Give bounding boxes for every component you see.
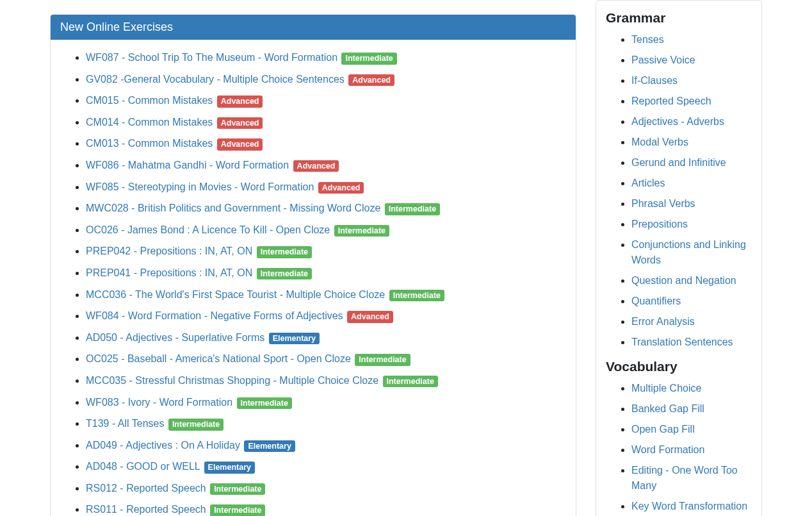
exercise-item: OC025 - Baseball - America's National Sp… bbox=[86, 351, 566, 367]
exercises-panel: New Online Exercises WF087 - School Trip… bbox=[50, 14, 576, 516]
exercise-item: WF086 - Mahatma Gandhi - Word Formation … bbox=[86, 157, 566, 174]
sidebar-link[interactable]: Conjunctions and Linking Words bbox=[631, 239, 746, 265]
level-badge: Advanced bbox=[217, 117, 263, 129]
level-badge: Intermediate bbox=[389, 290, 444, 302]
level-badge: Intermediate bbox=[341, 53, 396, 65]
level-badge: Advanced bbox=[318, 182, 364, 194]
exercise-item: AD049 - Adjectives : On A Holiday Elemen… bbox=[86, 437, 566, 454]
exercise-link[interactable]: AD050 - Adjectives - Superlative Forms bbox=[86, 332, 264, 343]
sidebar-link[interactable]: Tenses bbox=[631, 34, 664, 45]
exercise-item: CM014 - Common Mistakes Advanced bbox=[86, 114, 566, 131]
level-badge: Advanced bbox=[347, 311, 393, 323]
exercise-item: T139 - All Tenses Intermediate bbox=[86, 415, 566, 432]
exercise-link[interactable]: MCC036 - The World's First Space Tourist… bbox=[86, 289, 385, 300]
exercise-link[interactable]: OC026 - James Bond : A Licence To Kill -… bbox=[86, 224, 330, 235]
exercise-item: MCC035 - Stressful Christmas Shopping - … bbox=[86, 372, 566, 389]
sidebar-card: Grammar TensesPassive VoiceIf-ClausesRep… bbox=[596, 0, 762, 516]
sidebar-link[interactable]: Translation Sentences bbox=[631, 337, 733, 347]
list-item: Prepositions bbox=[631, 217, 752, 232]
exercise-link[interactable]: MCC035 - Stressful Christmas Shopping - … bbox=[86, 375, 378, 386]
level-badge: Advanced bbox=[217, 138, 263, 151]
list-item: Key Word Transformation bbox=[631, 499, 752, 514]
sidebar-link[interactable]: Gerund and Infinitive bbox=[631, 157, 726, 168]
sidebar-link[interactable]: Question and Negation bbox=[631, 275, 736, 286]
sidebar-link[interactable]: Word Formation bbox=[631, 444, 704, 455]
level-badge: Advanced bbox=[217, 96, 263, 108]
exercise-item: WF084 - Word Formation - Negative Forms … bbox=[86, 308, 566, 324]
exercise-item: MWC028 - British Politics and Government… bbox=[86, 200, 566, 217]
level-badge: Elementary bbox=[244, 440, 295, 453]
exercise-link[interactable]: WF086 - Mahatma Gandhi - Word Formation bbox=[86, 160, 289, 171]
list-item: Articles bbox=[631, 176, 752, 191]
sidebar-link[interactable]: Error Analysis bbox=[631, 316, 695, 327]
exercise-link[interactable]: CM014 - Common Mistakes bbox=[86, 117, 213, 128]
list-item: Phrasal Verbs bbox=[631, 196, 752, 212]
exercise-item: WF087 - School Trip To The Museum - Word… bbox=[86, 49, 566, 66]
exercise-link[interactable]: WF085 - Stereotyping in Movies - Word Fo… bbox=[86, 181, 314, 192]
sidebar-link[interactable]: Passive Voice bbox=[631, 54, 695, 65]
level-badge: Intermediate bbox=[168, 419, 223, 431]
exercise-item: CM015 - Common Mistakes Advanced bbox=[86, 92, 566, 109]
exercise-item: PREP041 - Prepositions : IN, AT, ON Inte… bbox=[86, 265, 566, 281]
level-badge: Elementary bbox=[269, 333, 320, 345]
sidebar-link[interactable]: Modal Verbs bbox=[631, 137, 688, 147]
list-item: Open Gap Fill bbox=[631, 422, 752, 437]
level-badge: Intermediate bbox=[385, 203, 440, 215]
list-item: If-Clauses bbox=[631, 73, 752, 88]
list-item: Tenses bbox=[631, 32, 752, 47]
vocabulary-heading: Vocabulary bbox=[606, 359, 752, 374]
sidebar-link[interactable]: Phrasal Verbs bbox=[631, 198, 695, 209]
list-item: Translation Sentences bbox=[631, 335, 752, 350]
exercise-link[interactable]: MWC028 - British Politics and Government… bbox=[86, 203, 380, 213]
sidebar-link[interactable]: Open Gap Fill bbox=[631, 424, 695, 435]
exercise-item: RS012 - Reported Speech Intermediate bbox=[86, 480, 566, 497]
exercise-link[interactable]: CM013 - Common Mistakes bbox=[86, 138, 213, 149]
sidebar-link[interactable]: Articles bbox=[631, 178, 665, 188]
exercise-link[interactable]: GV082 -General Vocabulary - Multiple Cho… bbox=[86, 74, 345, 85]
list-item: Modal Verbs bbox=[631, 135, 752, 150]
exercise-item: AD050 - Adjectives - Superlative Forms E… bbox=[86, 329, 566, 346]
exercise-item: GV082 -General Vocabulary - Multiple Cho… bbox=[86, 71, 566, 88]
level-badge: Intermediate bbox=[383, 376, 438, 388]
sidebar-link[interactable]: Prepositions bbox=[631, 219, 688, 229]
exercise-item: AD048 - GOOD or WELL Elementary bbox=[86, 458, 566, 475]
sidebar-link[interactable]: Adjectives - Adverbs bbox=[631, 116, 724, 127]
sidebar-link[interactable]: Editing - One Word Too Many bbox=[631, 465, 738, 491]
sidebar-link[interactable]: If-Clauses bbox=[631, 75, 678, 86]
panel-title: New Online Exercises bbox=[51, 15, 576, 40]
exercise-link[interactable]: WF087 - School Trip To The Museum - Word… bbox=[86, 52, 337, 63]
exercise-link[interactable]: WF083 - Ivory - Word Formation bbox=[86, 397, 232, 408]
sidebar-link[interactable]: Reported Speech bbox=[631, 96, 711, 106]
exercise-link[interactable]: WF084 - Word Formation - Negative Forms … bbox=[86, 310, 343, 321]
exercise-link[interactable]: RS012 - Reported Speech bbox=[86, 483, 206, 494]
grammar-heading: Grammar bbox=[606, 10, 752, 26]
list-item: Multiple Choice bbox=[631, 381, 752, 396]
sidebar-link[interactable]: Key Word Transformation bbox=[631, 501, 747, 512]
sidebar-link[interactable]: Quantifiers bbox=[631, 295, 681, 306]
list-item: Question and Negation bbox=[631, 273, 752, 288]
level-badge: Advanced bbox=[348, 74, 394, 87]
sidebar-link[interactable]: Multiple Choice bbox=[631, 383, 701, 394]
level-badge: Intermediate bbox=[257, 246, 312, 258]
exercise-link[interactable]: RS011 - Reported Speech bbox=[86, 504, 206, 515]
exercise-item: RS011 - Reported Speech Intermediate bbox=[86, 501, 566, 516]
exercise-item: OC026 - James Bond : A Licence To Kill -… bbox=[86, 222, 566, 238]
list-item: Error Analysis bbox=[631, 314, 752, 329]
level-badge: Intermediate bbox=[210, 483, 265, 495]
sidebar-link[interactable]: Banked Gap Fill bbox=[631, 403, 704, 414]
exercise-link[interactable]: CM015 - Common Mistakes bbox=[86, 95, 213, 106]
exercise-link[interactable]: AD048 - GOOD or WELL bbox=[86, 461, 200, 472]
exercise-link[interactable]: PREP042 - Prepositions : IN, AT, ON bbox=[86, 246, 252, 256]
level-badge: Advanced bbox=[293, 160, 339, 172]
vocabulary-list: Multiple ChoiceBanked Gap FillOpen Gap F… bbox=[606, 381, 752, 516]
grammar-list: TensesPassive VoiceIf-ClausesReported Sp… bbox=[606, 32, 752, 350]
exercise-link[interactable]: T139 - All Tenses bbox=[86, 418, 164, 429]
exercise-link[interactable]: AD049 - Adjectives : On A Holiday bbox=[86, 440, 240, 451]
exercise-link[interactable]: PREP041 - Prepositions : IN, AT, ON bbox=[86, 267, 252, 278]
level-badge: Intermediate bbox=[210, 504, 265, 516]
exercise-item: WF083 - Ivory - Word Formation Intermedi… bbox=[86, 394, 566, 411]
list-item: Reported Speech bbox=[631, 94, 752, 109]
panel-body: WF087 - School Trip To The Museum - Word… bbox=[51, 40, 576, 516]
exercise-link[interactable]: OC025 - Baseball - America's National Sp… bbox=[86, 353, 351, 364]
level-badge: Intermediate bbox=[334, 225, 389, 237]
